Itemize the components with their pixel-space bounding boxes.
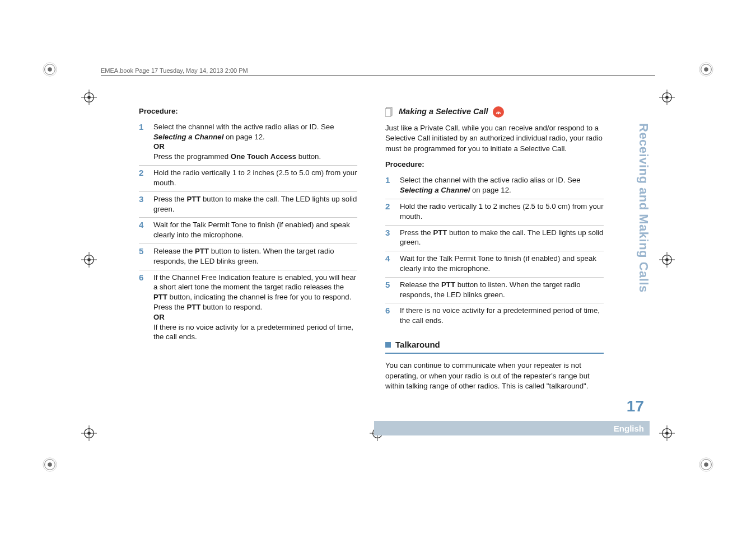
step-body-text: If the Channel Free Indication feature i… [153,273,357,343]
right-column: Making a Selective Call Just like a Priv… [385,106,604,392]
step-body-text: Press the PTT button to make the call. T… [153,194,357,214]
procedure-step: 2Hold the radio vertically 1 to 2 inches… [139,166,357,192]
step-body-text: Select the channel with the active radio… [400,175,604,195]
section-body-text: You can continue to communicate when you… [385,360,604,391]
step-number: 4 [385,254,393,264]
register-mark-icon [659,425,675,441]
step-number: 1 [385,175,393,185]
step-body-text: Release the PTT button to listen. When t… [400,280,604,300]
language-label: English [614,424,644,433]
register-mark-icon [81,252,97,268]
step-number: 3 [139,194,147,204]
svg-point-15 [87,96,91,99]
section-bullet-icon [385,342,391,348]
procedure-step: 6If there is no voice activity for a pre… [385,303,604,329]
register-mark-icon [659,90,675,105]
procedure-step: 6If the Channel Free Indication feature … [139,270,357,346]
svg-point-31 [87,432,91,435]
header-hairline [101,75,655,76]
procedure-step: 4Wait for the Talk Permit Tone to finish… [385,251,604,278]
procedure-step: 1Select the channel with the active radi… [385,173,604,199]
document-icon [385,107,394,117]
crop-mark-icon [42,457,58,472]
register-mark-icon [81,425,97,441]
print-header-note: EMEA.book Page 17 Tuesday, May 14, 2013 … [101,67,248,74]
step-body-text: If there is no voice activity for a pred… [400,306,604,326]
svg-point-5 [704,67,708,71]
subsection-title: Making a Selective Call [399,106,488,118]
left-column: Procedure: 1Select the channel with the … [139,106,357,392]
procedure-step: 4Wait for the Talk Permit Tone to finish… [139,218,357,244]
step-body-text: Release the PTT button to listen. When t… [153,246,357,266]
svg-point-35 [665,432,669,435]
step-number: 4 [139,220,147,230]
procedure-step: 5Release the PTT button to listen. When … [139,244,357,270]
svg-point-2 [48,67,52,71]
svg-point-11 [704,462,708,466]
step-body-text: Wait for the Talk Permit Tone to finish … [153,220,357,240]
step-number: 5 [139,246,147,256]
register-mark-icon [81,90,97,105]
procedure-step: 5Release the PTT button to listen. When … [385,278,604,304]
step-number: 3 [385,228,393,238]
svg-point-19 [665,96,669,99]
procedure-step: 3Press the PTT button to make the call. … [385,226,604,252]
step-body-text: Wait for the Talk Permit Tone to finish … [400,254,604,274]
section-title: Talkaround [395,339,440,350]
svg-point-42 [497,113,499,114]
svg-point-23 [87,258,91,261]
step-body-text: Press the PTT button to make the call. T… [400,228,604,248]
crop-mark-icon [698,457,714,472]
procedure-label: Procedure: [385,160,604,170]
register-mark-icon [659,252,675,268]
chapter-side-tab: Receiving and Making Calls [636,123,651,297]
step-body-text: Hold the radio vertically 1 to 2 inches … [400,202,604,222]
procedure-step: 2Hold the radio vertically 1 to 2 inches… [385,199,604,226]
step-number: 2 [139,168,147,178]
step-number: 2 [385,202,393,212]
crop-mark-icon [42,62,58,77]
page-number: 17 [627,397,644,415]
intro-text: Just like a Private Call, while you can … [385,123,604,154]
antenna-badge-icon [493,106,504,118]
language-bar: English [374,421,650,435]
procedure-step: 3Press the PTT button to make the call. … [139,192,357,218]
procedure-step: 1Select the channel with the active radi… [139,120,357,166]
step-number: 6 [385,306,393,316]
step-number: 1 [139,122,147,132]
svg-rect-41 [385,109,391,116]
procedure-label: Procedure: [139,106,357,116]
svg-point-27 [665,258,669,261]
svg-point-8 [48,462,52,466]
step-body-text: Hold the radio vertically 1 to 2 inches … [153,168,357,188]
crop-mark-icon [698,62,714,77]
step-number: 5 [385,280,393,290]
step-number: 6 [139,273,147,283]
step-body-text: Select the channel with the active radio… [153,122,357,162]
section-heading-talkaround: Talkaround [385,339,604,354]
